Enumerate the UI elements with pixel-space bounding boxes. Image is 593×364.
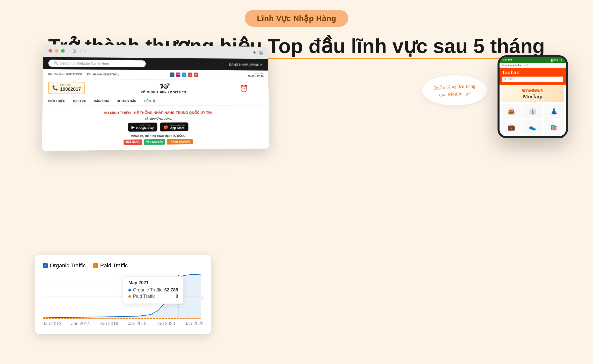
product-icon-6: 🛍️ [550, 124, 558, 131]
browser-search-input[interactable]: 🔍 Search or Website Name Here [48, 59, 146, 67]
phone-mockup: 3:41 PM ▐▐ WiFi 🔋 https://m.m6.taobao.co… [498, 55, 568, 138]
legend-organic: ✓ Organic Traffic [43, 262, 86, 269]
nav-bang-gia[interactable]: BẢNG GIÁ [94, 99, 109, 103]
instagram-icon: 📷 [176, 73, 180, 77]
google-icon: g [188, 73, 192, 77]
website-logo-row: 📞 HOTLINE 19002017 𝒱𝒯 VÕ MINH THIÊN LOGI… [43, 79, 269, 97]
tooltip-paid-row: Paid Traffic 0 [128, 294, 178, 299]
clock-icon-area: ⏰ [239, 84, 264, 92]
tools-label: CÔNG CỤ HỖ TRỢ GIAO DỊCH TỰ ĐỘNG [47, 134, 264, 139]
app-store-label: App Store [170, 126, 185, 130]
browser-dot-red [48, 49, 52, 52]
tooltip-organic-label: Organic Traffic [133, 287, 162, 293]
browser-auth-links[interactable]: ĐĂNG NHẬP | ĐĂNG KÍ [229, 63, 263, 67]
app-buttons: ▶ GET IT ON Google Play 🍎 Download on th… [47, 122, 264, 132]
google-play-icon: ▶ [132, 125, 135, 130]
organic-dot [128, 289, 131, 291]
working-hours-time: 08:00 - 17:30 [248, 75, 263, 78]
website-logo: 𝒱𝒯 VÕ MINH THIÊN LOGISTICS [141, 82, 186, 94]
phone-search-bar[interactable]: 🔍 搜索文 [502, 77, 563, 82]
organic-label: Organic Traffic [50, 262, 86, 269]
product-icon-5: 👟 [529, 124, 536, 131]
search-placeholder: Search or Website Name Here [60, 61, 109, 66]
website-contact: Kho Sài Gòn: 0988977308 Kho Hà Nội: 0988… [48, 73, 119, 76]
y-axis-label: 0 [202, 296, 204, 300]
app-store-button[interactable]: 🍎 Download on the App Store [160, 123, 188, 132]
product-icon-4: 💼 [508, 124, 515, 131]
phone-content: 请下载最新淘宝 Mockup 👜 👔 👗 💼 👟 🛍️ [500, 85, 566, 136]
browser-search-bar: 🔍 Search or Website Name Here ĐĂNG NHẬP … [43, 57, 268, 71]
paid-checkbox: ✓ [93, 263, 98, 268]
phone-status-bar: 3:41 PM ▐▐ WiFi 🔋 [500, 57, 566, 63]
chart-area: May 2021 Organic Traffic 62,785 Paid Tra… [43, 274, 204, 319]
facebook-icon: f [170, 73, 175, 77]
phone-product-grid: 👜 👔 👗 💼 👟 🛍️ [501, 104, 564, 135]
paid-dot [128, 295, 131, 298]
website-content: Kho Sài Gòn: 0988977308 Kho Hà Nội: 0988… [42, 69, 270, 151]
nav-gioi-thieu[interactable]: GIỚI THIỆU [48, 99, 65, 103]
chart-x-labels: Jan 2012 Jan 2014 Jan 2016 Jan 2018 Jan … [43, 321, 204, 326]
browser-plus-icons: + ⧉ [253, 49, 263, 56]
thanh-toan-button[interactable]: THANH TOÁN HỘ [167, 139, 193, 145]
x-label-3: Jan 2018 [128, 321, 147, 326]
social-icons: f 📷 t g g+ [170, 73, 198, 77]
working-hours-label: GIỜ LÀM: [248, 72, 263, 75]
phone-taobao-header: Taobao 🔍 搜索文 [500, 68, 566, 85]
nav-lien-he[interactable]: LIÊN HỆ [144, 99, 156, 103]
handwritten-text: Quản lý và đặt hàngqua Mobile app [433, 82, 476, 99]
paid-label: Paid Traffic [100, 262, 128, 269]
phone-icon: 📞 [52, 85, 58, 91]
van-chuyen-button[interactable]: VẬN CHUYỂN [144, 139, 165, 145]
browser-dot-yellow [55, 49, 59, 52]
dat-hang-button[interactable]: ĐẶT HÀNG [124, 139, 142, 145]
google-play-button[interactable]: ▶ GET IT ON Google Play [128, 123, 157, 132]
x-label-4: Jan 2020 [157, 321, 175, 326]
phone-search-icon: 🔍 [504, 78, 508, 80]
nav-dich-vu[interactable]: DỊCH VỤ [73, 99, 86, 103]
website-headline: VÕ MINH THIÊN - HỆ THỐNG NHẬP HÀNG TRUNG… [48, 110, 264, 115]
logo-icon: 𝒱𝒯 [159, 82, 168, 91]
chart-tooltip: May 2021 Organic Traffic 62,785 Paid Tra… [123, 276, 183, 304]
website-body: VÕ MINH THIÊN - HỆ THỐNG NHẬP HÀNG TRUNG… [42, 105, 270, 151]
phone-product-5: 👟 [522, 120, 543, 135]
phone-signal: ▐▐ WiFi 🔋 [550, 59, 563, 62]
taobao-logo: Taobao [502, 70, 563, 76]
x-label-1: Jan 2014 [71, 321, 90, 326]
back-icon[interactable]: ‹ [79, 48, 81, 54]
handwritten-note: Quản lý và đặt hàngqua Mobile app [422, 75, 487, 105]
twitter-icon: t [182, 73, 186, 77]
phone-url: https://m.m6.taobao.com/ [502, 64, 528, 67]
phone-search-placeholder: 搜索文 [508, 78, 514, 80]
copy-icon: ⧉ [259, 50, 263, 56]
phone-mockup-label: Mockup [504, 93, 562, 100]
browser-titlebar: ⊞ ‹ › + ⧉ [43, 44, 268, 59]
website-header-top: Kho Sài Gòn: 0988977308 Kho Hà Nội: 0988… [43, 69, 268, 80]
contact-saigon: Kho Sài Gòn: 0988977308 [48, 73, 82, 76]
phone-product-3: 👗 [544, 104, 564, 119]
hotline-box: 📞 HOTLINE 19002017 [48, 82, 85, 94]
phone-product-4: 💼 [501, 120, 521, 135]
search-icon: 🔍 [54, 61, 58, 65]
browser-nav-icons: ⊞ ‹ › [72, 48, 85, 54]
hotline-number: 19002017 [60, 87, 81, 92]
google-play-label: Google Play [136, 127, 154, 130]
product-icon-2: 👔 [529, 108, 536, 115]
phone-banner-text: 请下载最新淘宝 [504, 89, 562, 93]
legend-paid: ✓ Paid Traffic [93, 262, 128, 269]
browser-mockup: ⊞ ‹ › + ⧉ 🔍 Search or Website Name Here … [42, 44, 270, 151]
grid-icon: ⊞ [72, 48, 76, 54]
chart-card: ✓ Organic Traffic ✓ Paid Traffic [35, 255, 211, 334]
contact-hanoi: Kho Hà Nội: 0988977041 [87, 73, 119, 76]
phone-banner: 请下载最新淘宝 Mockup [501, 86, 564, 102]
nav-huong-dan[interactable]: HƯỚNG DẪN [117, 99, 136, 103]
plus-icon: + [253, 49, 256, 56]
forward-icon[interactable]: › [84, 48, 85, 54]
product-icon-3: 👗 [550, 108, 558, 115]
tool-buttons: ĐẶT HÀNG VẬN CHUYỂN THANH TOÁN HỘ [47, 138, 265, 146]
hotline-label: HOTLINE [60, 84, 81, 87]
logo-text: VÕ MINH THIÊN LOGISTICS [141, 90, 186, 94]
tooltip-organic-row: Organic Traffic 62,785 [128, 287, 178, 293]
app-download-label: TẢI APP ỨNG DỤNG [47, 117, 264, 121]
chart-legend: ✓ Organic Traffic ✓ Paid Traffic [43, 262, 204, 269]
badge-container: Lĩnh Vực Nhập Hàng [0, 0, 593, 27]
